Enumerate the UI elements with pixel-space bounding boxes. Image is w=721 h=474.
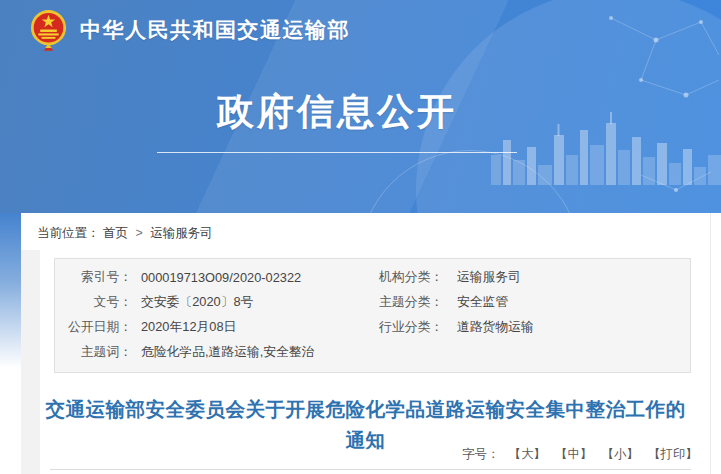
site-header: 中华人民共和国交通运输部: [30, 9, 350, 51]
meta-label-topic-category: 主题分类：: [310, 294, 443, 311]
font-size-large-button[interactable]: 【大】: [509, 446, 547, 463]
font-size-medium-button[interactable]: 【中】: [555, 446, 593, 463]
document-meta-table: 索引号： 000019713O09/2020-02322 机构分类： 运输服务司…: [54, 258, 691, 373]
breadcrumb-separator: >: [135, 226, 142, 240]
meta-value-publish-date: 2020年12月08日: [132, 319, 310, 336]
content-panel: 当前位置： 首页 > 运输服务司 索引号： 000019713O09/2020-…: [21, 213, 711, 474]
breadcrumb-home-link[interactable]: 首页: [103, 226, 128, 240]
city-skyline-decoration: [491, 110, 721, 185]
banner: 中华人民共和国交通运输部 政府信息公开: [0, 0, 721, 213]
table-row: 公开日期： 2020年12月08日 行业分类： 道路货物运输: [55, 315, 690, 340]
breadcrumb-label: 当前位置：: [37, 226, 100, 240]
page: 中华人民共和国交通运输部 政府信息公开 当前位置： 首页 > 运输服务司 索引号…: [0, 0, 721, 474]
meta-value-index: 000019713O09/2020-02322: [132, 270, 310, 285]
breadcrumb-current-link[interactable]: 运输服务司: [150, 226, 213, 240]
table-row: 主题词： 危险化学品,道路运输,安全整治: [55, 340, 690, 365]
breadcrumb: 当前位置： 首页 > 运输服务司: [21, 213, 710, 251]
meta-value-topic-category: 安全监管: [443, 294, 690, 311]
meta-label-index: 索引号：: [55, 269, 132, 286]
left-gutter: [21, 250, 40, 474]
font-size-controls: 字号： 【大】 【中】 【小】 【打印】: [462, 446, 698, 463]
meta-label-publish-date: 公开日期：: [55, 319, 132, 336]
left-gradient-decoration: [0, 213, 21, 368]
meta-label-doc-number: 文号：: [55, 294, 132, 311]
meta-label-industry-category: 行业分类：: [310, 319, 443, 336]
font-size-label: 字号：: [462, 446, 500, 463]
national-emblem-logo: [30, 9, 67, 51]
meta-value-keywords: 危险化学品,道路运输,安全整治: [132, 344, 310, 361]
banner-title-block: 政府信息公开: [157, 87, 517, 153]
font-size-small-button[interactable]: 【小】: [602, 446, 640, 463]
meta-label-org-category: 机构分类：: [310, 269, 443, 286]
table-row: 文号： 交安委〔2020〕8号 主题分类： 安全监管: [55, 290, 690, 315]
meta-value-org-category: 运输服务司: [443, 269, 690, 286]
meta-label-keywords: 主题词：: [55, 344, 132, 361]
divider: [50, 469, 691, 470]
print-button[interactable]: 【打印】: [648, 446, 698, 463]
site-title: 中华人民共和国交通运输部: [80, 16, 350, 44]
meta-value-industry-category: 道路货物运输: [443, 319, 690, 336]
meta-value-doc-number: 交安委〔2020〕8号: [132, 294, 310, 311]
table-row: 索引号： 000019713O09/2020-02322 机构分类： 运输服务司: [55, 265, 690, 290]
page-title: 政府信息公开: [217, 91, 457, 132]
